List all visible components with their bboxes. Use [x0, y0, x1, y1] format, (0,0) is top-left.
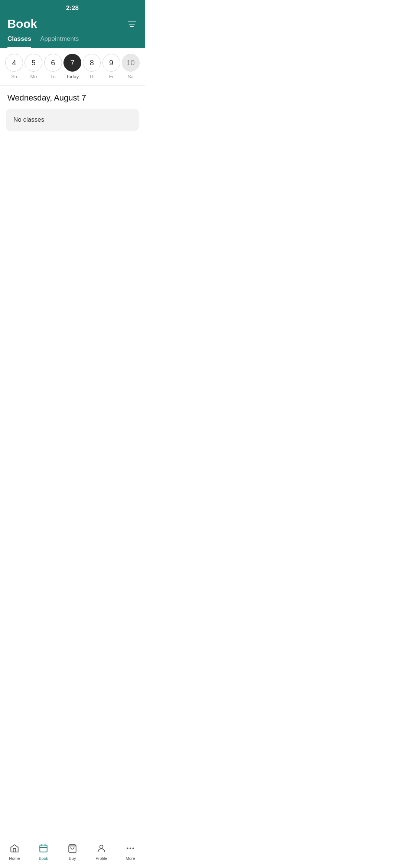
- day-number-8: 8: [83, 54, 101, 72]
- day-label-today: Today: [66, 74, 79, 79]
- content-area: [0, 131, 145, 354]
- date-heading: Wednesday, August 7: [0, 86, 145, 109]
- header: Book: [0, 14, 145, 31]
- day-item-fri[interactable]: 9 Fr: [102, 54, 120, 79]
- calendar-strip: 4 Su 5 Mo 6 Tu 7 Today 8 Th 9 Fr 10 Sa: [0, 48, 145, 86]
- day-number-4: 4: [5, 54, 23, 72]
- day-number-7: 7: [63, 54, 81, 72]
- status-bar: 2:28: [0, 0, 145, 14]
- day-item-today[interactable]: 7 Today: [63, 54, 81, 79]
- day-item-mon[interactable]: 5 Mo: [25, 54, 42, 79]
- day-item-tue[interactable]: 6 Tu: [44, 54, 62, 79]
- day-item-sun[interactable]: 4 Su: [5, 54, 23, 79]
- status-time: 2:28: [66, 4, 79, 12]
- filter-icon: [128, 22, 136, 27]
- day-number-10: 10: [122, 54, 140, 72]
- no-classes-card: No classes: [6, 109, 139, 131]
- day-label-tu: Tu: [50, 74, 56, 79]
- day-label-su: Su: [11, 74, 17, 79]
- day-label-mo: Mo: [30, 74, 37, 79]
- no-classes-text: No classes: [13, 116, 44, 123]
- tab-appointments[interactable]: Appointments: [40, 35, 79, 48]
- day-number-9: 9: [102, 54, 120, 72]
- day-number-5: 5: [25, 54, 42, 72]
- day-label-sa: Sa: [128, 74, 134, 79]
- day-label-fr: Fr: [109, 74, 113, 79]
- day-label-th: Th: [89, 74, 95, 79]
- day-item-thu[interactable]: 8 Th: [83, 54, 101, 79]
- tab-classes[interactable]: Classes: [7, 35, 31, 48]
- day-item-sat[interactable]: 10 Sa: [122, 54, 140, 79]
- tab-bar: Classes Appointments: [0, 31, 145, 48]
- filter-button[interactable]: [126, 20, 137, 28]
- page-title: Book: [7, 17, 37, 31]
- day-number-6: 6: [44, 54, 62, 72]
